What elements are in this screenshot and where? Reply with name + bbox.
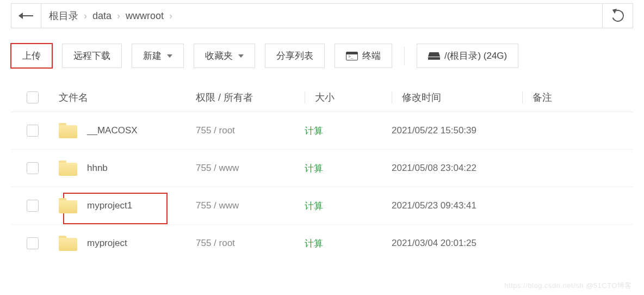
table-row[interactable]: hhnb 755 / www 计算 2021/05/08 23:04:22 [11, 150, 633, 187]
table-header: 文件名 权限 / 所有者 大小 修改时间 备注 [11, 83, 633, 112]
size-calc-link[interactable]: 计算 [305, 126, 323, 136]
remote-download-button[interactable]: 远程下载 [62, 44, 122, 68]
folder-icon [59, 236, 77, 251]
file-table: 文件名 权限 / 所有者 大小 修改时间 备注 __MACOSX 755 / r… [11, 83, 633, 262]
size-calc-link[interactable]: 计算 [305, 163, 323, 174]
upload-label: 上传 [22, 50, 41, 62]
terminal-button[interactable]: 终端 [335, 44, 392, 68]
file-perm: 755 / root [196, 125, 305, 136]
breadcrumb: 根目录 › data › wwwroot › [41, 3, 603, 28]
disk-icon [428, 52, 440, 60]
file-perm: 755 / www [196, 163, 305, 174]
file-name[interactable]: __MACOSX [87, 125, 138, 136]
file-perm: 755 / www [196, 200, 305, 211]
breadcrumb-item[interactable]: 根目录 [49, 9, 78, 22]
share-list-label: 分享列表 [276, 50, 313, 62]
toolbar: 上传 远程下载 新建 收藏夹 分享列表 终端 /(根目录) (24G) [11, 44, 633, 68]
new-button[interactable]: 新建 [132, 44, 184, 68]
table-row[interactable]: myproject 755 / root 计算 2021/03/04 20:01… [11, 225, 633, 262]
row-checkbox[interactable] [27, 237, 39, 249]
header-note[interactable]: 备注 [522, 91, 552, 103]
folder-icon [59, 161, 77, 176]
chevron-right-icon: › [84, 10, 87, 22]
file-mtime: 2021/05/22 15:50:39 [392, 125, 522, 136]
row-checkbox[interactable] [27, 200, 39, 212]
path-bar: 根目录 › data › wwwroot › [11, 3, 633, 28]
chevron-right-icon: › [169, 10, 172, 22]
row-checkbox[interactable] [27, 162, 39, 174]
table-row[interactable]: myproject1 755 / www 计算 2021/05/23 09:43… [11, 187, 633, 225]
header-perm[interactable]: 权限 / 所有者 [196, 91, 305, 104]
arrow-left-icon [19, 15, 33, 16]
file-name[interactable]: hhnb [87, 163, 108, 174]
breadcrumb-item[interactable]: wwwroot [126, 10, 164, 22]
header-size[interactable]: 大小 [305, 91, 335, 103]
folder-icon [59, 123, 77, 138]
back-button[interactable] [11, 3, 41, 28]
size-calc-link[interactable]: 计算 [305, 201, 323, 211]
select-all-checkbox[interactable] [27, 91, 39, 103]
favorites-button[interactable]: 收藏夹 [194, 44, 255, 68]
toolbar-divider [404, 47, 405, 65]
terminal-icon [346, 52, 358, 60]
file-name[interactable]: myproject1 [87, 200, 132, 211]
file-mtime: 2021/03/04 20:01:25 [392, 238, 522, 249]
table-row[interactable]: __MACOSX 755 / root 计算 2021/05/22 15:50:… [11, 112, 633, 150]
chevron-down-icon [167, 54, 172, 58]
terminal-label: 终端 [362, 50, 381, 62]
row-checkbox[interactable] [27, 125, 39, 137]
upload-button[interactable]: 上传 [11, 44, 52, 68]
breadcrumb-item[interactable]: data [92, 10, 112, 22]
root-disk-label: /(根目录) (24G) [444, 50, 507, 62]
new-label: 新建 [143, 50, 162, 62]
remote-download-label: 远程下载 [73, 50, 110, 62]
header-mtime[interactable]: 修改时间 [392, 91, 441, 103]
file-mtime: 2021/05/08 23:04:22 [392, 163, 522, 174]
file-name[interactable]: myproject [87, 238, 127, 249]
refresh-icon [610, 8, 626, 23]
refresh-button[interactable] [603, 3, 633, 28]
share-list-button[interactable]: 分享列表 [265, 44, 325, 68]
folder-icon [59, 198, 77, 213]
file-mtime: 2021/05/23 09:43:41 [392, 200, 522, 211]
chevron-right-icon: › [117, 10, 120, 22]
chevron-down-icon [238, 54, 244, 58]
file-perm: 755 / root [196, 238, 305, 249]
size-calc-link[interactable]: 计算 [305, 238, 323, 249]
header-name[interactable]: 文件名 [54, 91, 196, 104]
favorites-label: 收藏夹 [205, 50, 233, 62]
root-disk-button[interactable]: /(根目录) (24G) [417, 44, 518, 68]
